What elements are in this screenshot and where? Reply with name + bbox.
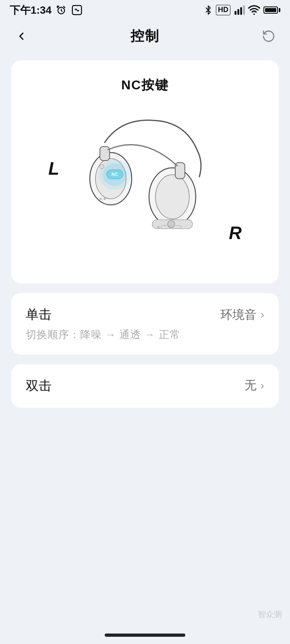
headphones-diagram: L R [24, 106, 266, 267]
battery-icon [263, 6, 280, 14]
back-button[interactable] [11, 26, 31, 46]
single-click-value: 环境音 [220, 307, 257, 323]
double-click-row[interactable]: 双击 无 › [11, 364, 279, 408]
wifi-icon [248, 4, 260, 16]
single-click-value-container[interactable]: 环境音 › [220, 307, 264, 323]
svg-point-21 [157, 226, 160, 228]
status-bar: 下午1:34 HD [0, 0, 290, 20]
hd-badge: HD [216, 5, 230, 15]
svg-point-25 [104, 198, 106, 200]
status-icons: HD [204, 4, 280, 16]
bluetooth-icon [204, 4, 213, 16]
double-click-value-container[interactable]: 无 › [244, 377, 264, 394]
reset-button[interactable] [259, 26, 279, 46]
chevron-right-icon: › [261, 308, 264, 321]
page-title: 控制 [130, 27, 160, 45]
single-click-row[interactable]: 单击 环境音 › 切换顺序：降噪 → 通透 → 正常 [11, 293, 279, 355]
svg-point-24 [99, 198, 102, 200]
status-time: 下午1:34 [10, 3, 83, 17]
time-display: 下午1:34 [10, 3, 52, 17]
main-content: NC按键 L R [0, 52, 290, 425]
svg-rect-5 [237, 9, 239, 15]
single-click-subtitle: 切换顺序：降噪 → 通透 → 正常 [26, 328, 180, 342]
home-indicator [105, 634, 185, 637]
svg-point-20 [168, 221, 175, 228]
svg-rect-6 [240, 7, 242, 15]
label-left: L [48, 159, 59, 179]
double-click-label: 双击 [26, 377, 52, 395]
svg-line-2 [64, 6, 65, 8]
svg-rect-4 [234, 11, 236, 14]
single-click-row-top: 单击 环境音 › [26, 306, 264, 324]
chevron-right-icon-2: › [261, 379, 264, 392]
svg-rect-11 [100, 147, 110, 161]
single-click-card[interactable]: 单击 环境音 › 切换顺序：降噪 → 通透 → 正常 [11, 293, 279, 355]
nfc-icon [71, 4, 83, 16]
svg-point-13 [155, 175, 189, 219]
headphones-card: NC按键 L R [11, 60, 279, 283]
signal-icon [234, 4, 245, 16]
svg-text:NC: NC [112, 172, 118, 177]
alarm-icon [56, 4, 67, 16]
double-click-value: 无 [244, 377, 257, 394]
single-click-label: 单击 [26, 306, 52, 324]
svg-point-8 [253, 13, 255, 15]
headphones-card-title: NC按键 [24, 76, 266, 94]
watermark: 智众测 [258, 609, 282, 620]
svg-rect-7 [243, 5, 245, 14]
label-right: R [229, 223, 242, 243]
headphone-illustration: NC [72, 110, 218, 263]
double-click-card[interactable]: 双击 无 › [11, 364, 279, 408]
nav-bar: 控制 [0, 20, 290, 52]
